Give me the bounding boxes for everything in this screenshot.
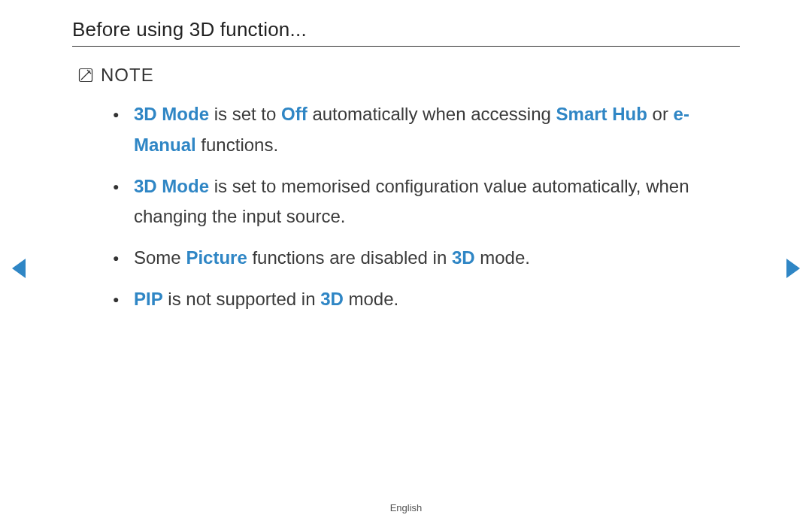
note-icon: [78, 68, 93, 83]
term-3d: 3D: [452, 247, 475, 268]
manual-page: Before using 3D function... NOTE 3D Mode…: [0, 0, 812, 530]
list-item: 3D Mode is set to Off automatically when…: [113, 99, 740, 161]
term-3d-mode: 3D Mode: [134, 176, 209, 196]
term-pip: PIP: [134, 289, 163, 309]
list-item: Some Picture functions are disabled in 3…: [113, 243, 740, 274]
term-3d: 3D: [320, 289, 344, 309]
svg-marker-3: [786, 259, 800, 278]
note-header: NOTE: [72, 65, 740, 86]
term-3d-mode: 3D Mode: [134, 104, 209, 124]
prev-page-button[interactable]: [11, 257, 29, 280]
footer-language: English: [0, 502, 812, 513]
note-bullet-list: 3D Mode is set to Off automatically when…: [72, 99, 740, 315]
list-item: 3D Mode is set to memorised configuratio…: [113, 171, 740, 233]
page-title: Before using 3D function...: [72, 18, 740, 47]
term-smart-hub: Smart Hub: [556, 104, 647, 124]
note-label: NOTE: [101, 65, 154, 86]
term-picture: Picture: [186, 247, 247, 268]
svg-marker-2: [12, 259, 26, 278]
list-item: PIP is not supported in 3D mode.: [113, 284, 740, 315]
next-page-button[interactable]: [783, 257, 801, 280]
triangle-right-icon: [783, 257, 801, 280]
triangle-left-icon: [11, 257, 29, 280]
term-off: Off: [281, 104, 308, 124]
